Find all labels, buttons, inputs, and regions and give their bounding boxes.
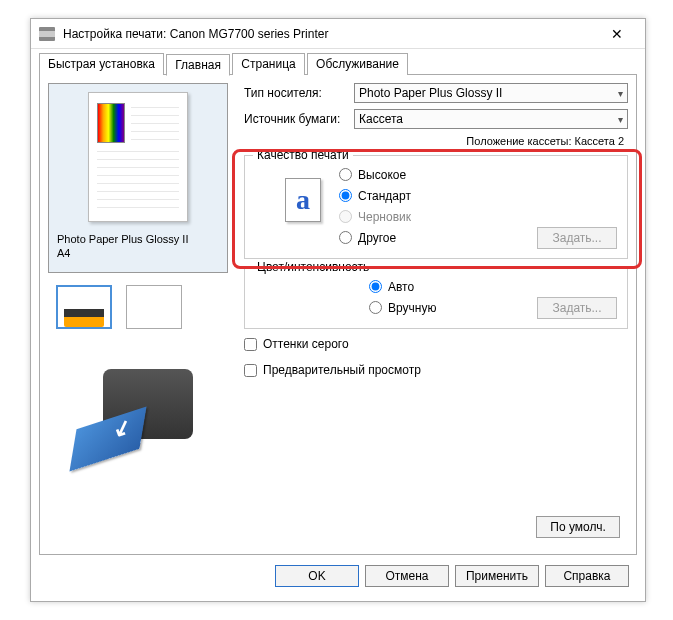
tab-content-main: Photo Paper Plus Glossy II A4 ↙ Тип носи…: [39, 75, 637, 555]
quality-radio-other[interactable]: Другое Задать...: [339, 227, 617, 248]
color-radio-auto[interactable]: Авто: [369, 276, 617, 297]
page-preview-icon: [88, 92, 188, 222]
quality-preview-icon: a: [285, 178, 321, 222]
paper-source-select[interactable]: Кассета: [354, 109, 628, 129]
color-auto-label: Авто: [388, 280, 414, 294]
ok-button[interactable]: OK: [275, 565, 359, 587]
media-type-select[interactable]: Photo Paper Plus Glossy II: [354, 83, 628, 103]
tab-page[interactable]: Страница: [232, 53, 304, 75]
feeder-thumbnails: [48, 285, 238, 329]
color-set-button: Задать...: [537, 297, 617, 319]
feeder-thumb-2[interactable]: [126, 285, 182, 329]
preview-box: Photo Paper Plus Glossy II A4: [48, 83, 228, 273]
window-title: Настройка печати: Canon MG7700 series Pr…: [63, 27, 597, 41]
quality-standard-label: Стандарт: [358, 189, 411, 203]
printer-icon: [39, 27, 55, 41]
grayscale-label: Оттенки серого: [263, 337, 349, 351]
grayscale-checkbox-row[interactable]: Оттенки серого: [244, 337, 628, 351]
printer-illustration: ↙: [73, 359, 213, 469]
print-quality-legend: Качество печати: [253, 148, 353, 162]
media-type-row: Тип носителя: Photo Paper Plus Glossy II: [244, 83, 628, 103]
cassette-position-text: Положение кассеты: Кассета 2: [244, 135, 628, 147]
quality-other-label: Другое: [358, 231, 396, 245]
preview-paper-size: A4: [57, 246, 188, 260]
preview-media-name: Photo Paper Plus Glossy II: [57, 232, 188, 246]
preview-label: Предварительный просмотр: [263, 363, 421, 377]
media-type-label: Тип носителя:: [244, 86, 354, 100]
paper-source-row: Источник бумаги: Кассета: [244, 109, 628, 129]
preview-checkbox-row[interactable]: Предварительный просмотр: [244, 363, 628, 377]
close-icon: ✕: [611, 26, 623, 42]
tab-quick-setup[interactable]: Быстрая установка: [39, 53, 164, 75]
print-quality-fieldset: Качество печати a Высокое Стандарт: [244, 155, 628, 259]
quality-radio-high-input[interactable]: [339, 168, 352, 181]
titlebar: Настройка печати: Canon MG7700 series Pr…: [31, 19, 645, 49]
color-radio-auto-input[interactable]: [369, 280, 382, 293]
quality-radio-draft-input: [339, 210, 352, 223]
color-intensity-fieldset: Цвет/интенсивность Авто Вручную Задать..…: [244, 267, 628, 329]
grayscale-checkbox[interactable]: [244, 338, 257, 351]
apply-button[interactable]: Применить: [455, 565, 539, 587]
preview-caption: Photo Paper Plus Glossy II A4: [49, 228, 196, 264]
close-button[interactable]: ✕: [597, 20, 637, 48]
defaults-button[interactable]: По умолч.: [536, 516, 620, 538]
color-radio-manual-input[interactable]: [369, 301, 382, 314]
left-panel: Photo Paper Plus Glossy II A4 ↙: [48, 83, 238, 546]
cancel-button[interactable]: Отмена: [365, 565, 449, 587]
color-intensity-legend: Цвет/интенсивность: [253, 260, 373, 274]
paper-source-label: Источник бумаги:: [244, 112, 354, 126]
quality-radio-standard[interactable]: Стандарт: [339, 185, 617, 206]
quality-radio-standard-input[interactable]: [339, 189, 352, 202]
quality-radio-high[interactable]: Высокое: [339, 164, 617, 185]
tab-main[interactable]: Главная: [166, 54, 230, 76]
tab-strip: Быстрая установка Главная Страница Обслу…: [39, 53, 637, 75]
color-manual-label: Вручную: [388, 301, 436, 315]
dialog-button-bar: OK Отмена Применить Справка: [39, 555, 637, 587]
feeder-thumb-1[interactable]: [56, 285, 112, 329]
right-panel: Тип носителя: Photo Paper Plus Glossy II…: [238, 83, 628, 546]
quality-high-label: Высокое: [358, 168, 406, 182]
tab-maintenance[interactable]: Обслуживание: [307, 53, 408, 75]
preview-checkbox[interactable]: [244, 364, 257, 377]
quality-set-button: Задать...: [537, 227, 617, 249]
help-button[interactable]: Справка: [545, 565, 629, 587]
print-settings-dialog: Настройка печати: Canon MG7700 series Pr…: [30, 18, 646, 602]
quality-radio-draft: Черновик: [339, 206, 617, 227]
client-area: Быстрая установка Главная Страница Обслу…: [31, 49, 645, 595]
quality-radio-other-input[interactable]: [339, 231, 352, 244]
color-radio-manual[interactable]: Вручную Задать...: [369, 297, 617, 318]
quality-draft-label: Черновик: [358, 210, 411, 224]
